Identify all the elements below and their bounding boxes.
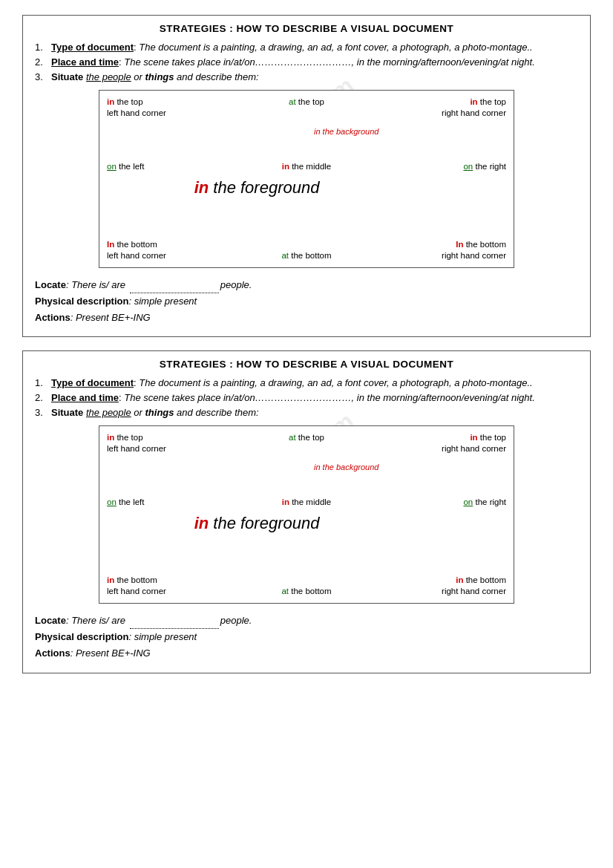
actions-line-2: Actions: Present BE+-ING bbox=[35, 645, 578, 662]
section-1: STRATEGIES : HOW TO DESCRIBE A VISUAL DO… bbox=[22, 15, 591, 337]
pos2-top-right: in the topright hand corner bbox=[442, 432, 506, 454]
pos2-top-left: in the topleft hand corner bbox=[107, 432, 166, 454]
diagram-1-container: ESLPrintables.com in the topleft hand co… bbox=[99, 90, 514, 268]
list2-content-1: Type of document: The document is a pain… bbox=[51, 377, 533, 388]
list-num-3: 3. bbox=[35, 71, 48, 82]
pos-top-right: in the topright hand corner bbox=[442, 97, 506, 119]
pos-top-center: at the top bbox=[289, 97, 324, 108]
item2-1-text: The document is a painting, a drawing, a… bbox=[139, 377, 532, 388]
pos-bottom-left: In the bottomleft hand corner bbox=[107, 239, 166, 261]
list-content-3: Situate the people or things and describ… bbox=[51, 71, 259, 82]
list2-num-1: 1. bbox=[35, 377, 48, 388]
physical-line: Physical description: simple present bbox=[35, 293, 578, 310]
list-content-1: Type of document: The document is a pain… bbox=[51, 42, 533, 53]
pos-bottom-center: at the bottom bbox=[281, 250, 331, 261]
section-2: STRATEGIES : HOW TO DESCRIBE A VISUAL DO… bbox=[22, 350, 591, 673]
list-item-2-2: 2. Place and time: The scene takes place… bbox=[35, 392, 578, 403]
section-1-locate: Locate: There is/ are people. Physical d… bbox=[35, 277, 578, 326]
physical-line-2: Physical description: simple present bbox=[35, 629, 578, 645]
item2-label: Place and time bbox=[51, 56, 119, 68]
item2-2-text: The scene takes place in/at/on…………………………… bbox=[124, 392, 535, 403]
pos2-foreground: in the foreground bbox=[194, 514, 320, 533]
pos-middle-center: in the middle bbox=[282, 161, 332, 172]
diagram-2-wrapper: ESLPrintables.com in the topleft hand co… bbox=[35, 425, 578, 604]
pos2-bottom-left: in the bottomleft hand corner bbox=[107, 575, 166, 597]
list-item-1: 1. Type of document: The document is a p… bbox=[35, 42, 578, 53]
pos-bottom-right: In the bottomright hand corner bbox=[442, 239, 506, 261]
list-content-2: Place and time: The scene takes place in… bbox=[51, 56, 535, 68]
list-item-2-1: 1. Type of document: The document is a p… bbox=[35, 377, 578, 388]
list2-num-3: 3. bbox=[35, 407, 48, 418]
section-2-locate: Locate: There is/ are people. Physical d… bbox=[35, 613, 578, 662]
diagram-2-container: ESLPrintables.com in the topleft hand co… bbox=[99, 425, 514, 604]
pos-foreground: in the foreground bbox=[194, 178, 320, 198]
list2-content-2: Place and time: The scene takes place in… bbox=[51, 392, 535, 403]
pos-background: in the background bbox=[314, 126, 378, 137]
item1-text: The document is a painting, a drawing, a… bbox=[139, 42, 532, 53]
pos2-middle-center: in the middle bbox=[282, 497, 332, 508]
pos2-background: in the background bbox=[314, 462, 378, 473]
item2-text: The scene takes place in/at/on…………………………… bbox=[124, 56, 535, 68]
pos2-middle-right: on the right bbox=[463, 497, 506, 508]
diagram-2: in the topleft hand corner at the top in… bbox=[99, 425, 514, 604]
item1-label: Type of document bbox=[51, 42, 134, 53]
pos2-bottom-right: in the bottomright hand corner bbox=[442, 575, 506, 597]
section-2-title: STRATEGIES : HOW TO DESCRIBE A VISUAL DO… bbox=[35, 359, 578, 370]
locate-line: Locate: There is/ are people. bbox=[35, 277, 578, 293]
pos-middle-left: on the left bbox=[107, 161, 145, 172]
list2-num-2: 2. bbox=[35, 392, 48, 403]
list-item-2: 2. Place and time: The scene takes place… bbox=[35, 56, 578, 68]
pos-middle-right: on the right bbox=[463, 161, 506, 172]
section-1-title: STRATEGIES : HOW TO DESCRIBE A VISUAL DO… bbox=[35, 23, 578, 34]
list-num-2: 2. bbox=[35, 56, 48, 68]
diagram-1-wrapper: ESLPrintables.com in the topleft hand co… bbox=[35, 90, 578, 268]
list-item-3: 3. Situate the people or things and desc… bbox=[35, 71, 578, 82]
section-2-list: 1. Type of document: The document is a p… bbox=[35, 377, 578, 418]
actions-line: Actions: Present BE+-ING bbox=[35, 310, 578, 326]
pos2-bottom-center: at the bottom bbox=[281, 586, 331, 597]
pos2-middle-left: on the left bbox=[107, 497, 145, 508]
list-item-2-3: 3. Situate the people or things and desc… bbox=[35, 407, 578, 418]
pos-top-left: in the topleft hand corner bbox=[107, 97, 166, 119]
locate-line-2: Locate: There is/ are people. bbox=[35, 613, 578, 629]
diagram-1: in the topleft hand corner at the top in… bbox=[99, 90, 514, 268]
section-1-list: 1. Type of document: The document is a p… bbox=[35, 42, 578, 82]
pos2-top-center: at the top bbox=[289, 432, 324, 443]
list-num-1: 1. bbox=[35, 42, 48, 53]
list2-content-3: Situate the people or things and describ… bbox=[51, 407, 259, 418]
